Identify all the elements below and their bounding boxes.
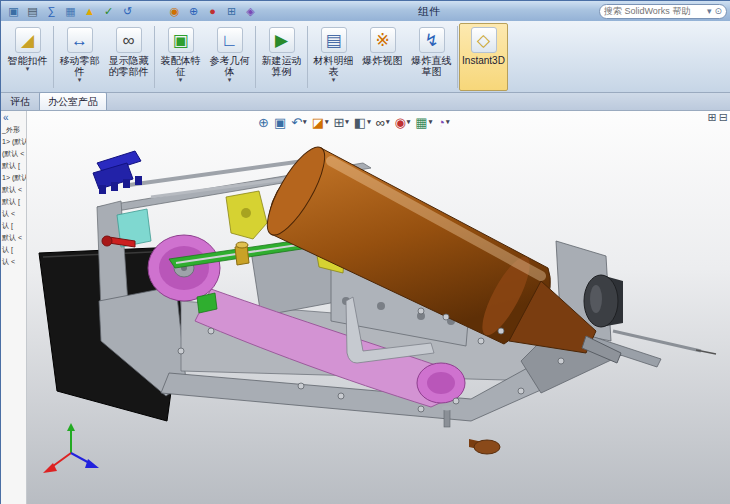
dropdown-arrow-icon: ▾ [78, 77, 82, 83]
ribbon-separator [457, 26, 458, 88]
dropdown-arrow-icon: ▾ [228, 77, 232, 83]
assembly-features-icon: ▣ [168, 27, 194, 53]
search-icon[interactable]: ⊙ [714, 6, 722, 16]
command-manager-tabs: 评估 办公室产品 [1, 93, 730, 111]
rotate-icon[interactable]: ↺ [119, 3, 136, 19]
target-icon[interactable]: ◉ [166, 3, 183, 19]
dropdown-arrow-icon: ▾ [332, 77, 336, 83]
tree-item[interactable]: 默认 < [1, 184, 26, 196]
ribbon-separator [53, 26, 54, 88]
new-motion-study-icon: ▶ [269, 27, 295, 53]
exploded-view-icon: ※ [370, 27, 396, 53]
tree-item[interactable]: 默认 [ [1, 196, 26, 208]
window-icon[interactable]: ▣ [5, 3, 22, 19]
orientation-triad [43, 423, 99, 473]
brown-knob-part[interactable] [469, 439, 500, 454]
ribbon-button-smart-fasteners[interactable]: ◢ 智能扣件 ▾ [3, 23, 52, 91]
ribbon-separator [154, 26, 155, 88]
tree-item[interactable]: 认 [ [1, 244, 26, 256]
explode-line-sketch-icon: ↯ [419, 27, 445, 53]
ribbon-separator [307, 26, 308, 88]
add-icon[interactable]: ⊕ [185, 3, 202, 19]
ribbon-button-bill-of-materials[interactable]: ▤ 材料明细表 ▾ [309, 23, 358, 91]
reference-geometry-icon: ∟ [217, 27, 243, 53]
table-icon[interactable]: ▦ [62, 3, 79, 19]
solidworks-window: ▣ ▤ ∑ ▦ ▲ ✓ ↺ ◉ ⊕ ● ⊞ ◈ 组件 ▾ ⊙ ◢ 智能扣件 ▾ … [0, 0, 730, 504]
command-manager-ribbon: ◢ 智能扣件 ▾ ↔ 移动零部件 ▾ ∞ 显示隐藏的零部件 ▣ 装配体特征 ▾ … [1, 21, 730, 93]
tree-item[interactable]: 认 [ [1, 220, 26, 232]
tab-office-products[interactable]: 办公室产品 [39, 92, 107, 110]
tree-item[interactable]: 默认 [ [1, 160, 26, 172]
dropdown-arrow-icon: ▾ [26, 66, 30, 72]
collapse-tree-icon[interactable]: « [1, 111, 26, 124]
search-dropdown-icon[interactable]: ▾ [707, 6, 712, 16]
help-search-box: ▾ ⊙ [599, 4, 727, 19]
main-area: « _外形 1> (默认 (默认 < 默认 [ 1> (默认 默认 < 默认 [… [1, 111, 730, 504]
green-block-part[interactable] [197, 293, 217, 313]
titlebar: ▣ ▤ ∑ ▦ ▲ ✓ ↺ ◉ ⊕ ● ⊞ ◈ 组件 ▾ ⊙ [1, 1, 730, 21]
ribbon-button-explode-line-sketch[interactable]: ↯ 爆炸直线草图 [407, 23, 456, 91]
tree-item[interactable]: 默认 < [1, 232, 26, 244]
move-component-icon: ↔ [67, 27, 93, 53]
ribbon-button-move-component[interactable]: ↔ 移动零部件 ▾ [55, 23, 104, 91]
ribbon-button-show-hidden-components[interactable]: ∞ 显示隐藏的零部件 [104, 23, 153, 91]
gem-icon[interactable]: ◈ [242, 3, 259, 19]
ribbon-button-instant3d[interactable]: ◇ Instant3D [459, 23, 508, 91]
help-search-input[interactable] [604, 6, 704, 16]
assembly-model[interactable] [27, 111, 730, 504]
tree-item[interactable]: 1> (默认 [1, 172, 26, 184]
print-icon[interactable]: ▤ [24, 3, 41, 19]
warning-icon[interactable]: ▲ [81, 3, 98, 19]
tree-item[interactable]: 1> (默认 [1, 136, 26, 148]
blue-bracket-part[interactable] [93, 151, 142, 194]
dropdown-arrow-icon: ▾ [179, 77, 183, 83]
bill-of-materials-icon: ▤ [321, 27, 347, 53]
ribbon-button-reference-geometry[interactable]: ∟ 参考几何体 ▾ [205, 23, 254, 91]
brass-fitting-part[interactable] [235, 242, 249, 265]
ribbon-button-new-motion-study[interactable]: ▶ 新建运动算例 [257, 23, 306, 91]
smart-fasteners-icon: ◢ [15, 27, 41, 53]
model-viewport[interactable]: ⊕ ▣ ↶▾ ◪▾ ⊞▾ ◧▾ ∞▾ ◉▾ ▦▾ ◔▾ ⊞ ⊟ [27, 111, 730, 504]
ribbon-separator [255, 26, 256, 88]
grid-icon[interactable]: ⊞ [223, 3, 240, 19]
feature-manager-tree: « _外形 1> (默认 (默认 < 默认 [ 1> (默认 默认 < 默认 [… [1, 111, 27, 504]
sum-icon[interactable]: ∑ [43, 3, 60, 19]
show-hidden-components-icon: ∞ [116, 27, 142, 53]
window-title: 组件 [261, 4, 597, 19]
tree-item[interactable]: 认 < [1, 208, 26, 220]
ribbon-button-exploded-view[interactable]: ※ 爆炸视图 [358, 23, 407, 91]
instant3d-icon: ◇ [471, 27, 497, 53]
tree-item[interactable]: 认 < [1, 256, 26, 268]
check-icon[interactable]: ✓ [100, 3, 117, 19]
tree-item[interactable]: (默认 < [1, 148, 26, 160]
sphere-icon[interactable]: ● [204, 3, 221, 19]
tab-evaluate[interactable]: 评估 [1, 92, 39, 110]
tree-item[interactable]: _外形 [1, 124, 26, 136]
ribbon-button-assembly-features[interactable]: ▣ 装配体特征 ▾ [156, 23, 205, 91]
